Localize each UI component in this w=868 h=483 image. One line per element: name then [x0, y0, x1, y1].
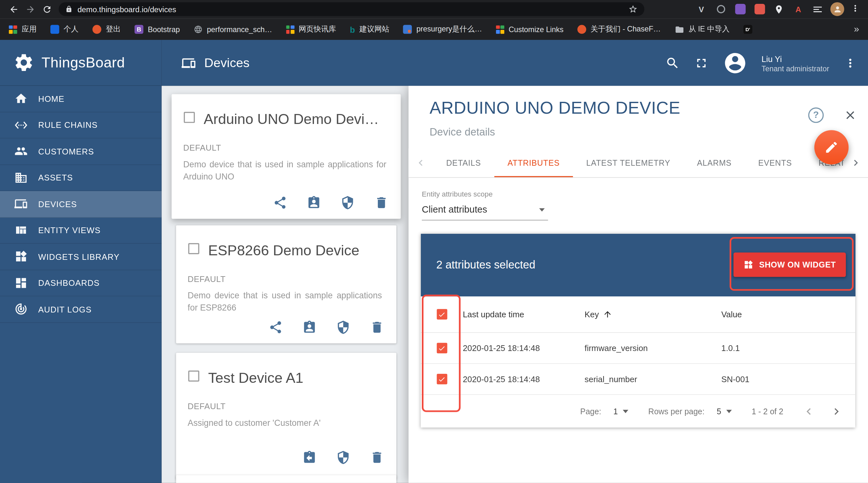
search-button[interactable]	[665, 56, 680, 70]
extension-purple[interactable]	[734, 3, 747, 16]
address-bar[interactable]: demo.thingsboard.io/devices	[59, 2, 645, 16]
page-select[interactable]: 1	[614, 407, 628, 416]
unassign-from-customer-icon[interactable]	[302, 450, 317, 465]
share-icon[interactable]	[268, 320, 283, 335]
tab-alarms[interactable]: ALARMS	[684, 148, 745, 177]
security-shield-icon[interactable]	[341, 195, 355, 210]
customers-icon	[14, 145, 28, 158]
row-checkbox[interactable]	[437, 343, 447, 353]
sidebar-item-dashboards[interactable]: DASHBOARDS	[0, 270, 162, 296]
bookmark-presurgery[interactable]: presurgery是什么…	[403, 24, 482, 34]
table-row[interactable]: 2020-01-25 18:14:48 serial_number SN-001	[421, 364, 856, 395]
tab-events[interactable]: EVENTS	[745, 148, 805, 177]
show-on-widget-button[interactable]: SHOW ON WIDGET	[734, 252, 846, 277]
attributes-table: 2 attributes selected SHOW ON WIDGET	[421, 234, 856, 428]
sidebar-item-customers[interactable]: CUSTOMERS	[0, 139, 162, 165]
column-header-key[interactable]: Key	[585, 309, 721, 319]
bookmark-d[interactable]: D'	[743, 25, 752, 34]
extension-pin[interactable]	[772, 3, 785, 16]
forward-button[interactable]	[22, 1, 39, 18]
help-button[interactable]: ?	[808, 108, 824, 123]
sidebar-item-devices[interactable]: DEVICES	[0, 191, 162, 217]
assign-to-customer-icon[interactable]	[302, 320, 317, 335]
bookmark-logout[interactable]: 登出	[92, 24, 121, 34]
sidebar-item-audit-logs[interactable]: AUDIT LOGS	[0, 296, 162, 323]
extension-red[interactable]	[753, 3, 766, 16]
bookmark-personal[interactable]: 个人	[51, 24, 79, 34]
bookmark-webclips[interactable]: 网页快讯库	[286, 24, 336, 34]
bookmark-label: Customize Links	[508, 25, 563, 33]
content-area: Arduino UNO Demo Devi… DEFAULT Demo devi…	[162, 86, 868, 483]
bookmark-suggested-sites[interactable]: b 建议网站	[350, 24, 390, 34]
user-info: Liu Yi Tenant administrator	[762, 53, 829, 73]
reading-list-button[interactable]	[811, 3, 824, 16]
bookmark-performance[interactable]: performance_sch…	[193, 25, 272, 34]
close-panel-button[interactable]	[844, 109, 857, 122]
extension-ring[interactable]	[714, 3, 727, 16]
sidebar-item-rule-chains[interactable]: RULE CHAINS	[0, 112, 162, 139]
fullscreen-button[interactable]	[694, 56, 709, 70]
screen: demo.thingsboard.io/devices V A	[0, 0, 868, 483]
row-checkbox[interactable]	[437, 374, 447, 384]
bookmark-import-ie[interactable]: 从 IE 中导入	[675, 24, 730, 34]
appbar-menu-button[interactable]	[844, 56, 857, 69]
bootstrap-icon: B	[134, 25, 144, 34]
previous-page-button[interactable]	[802, 405, 815, 418]
pencil-icon	[824, 140, 839, 154]
tab-attributes[interactable]: ATTRIBUTES	[494, 148, 573, 177]
sidebar-item-home[interactable]: HOME	[0, 86, 162, 112]
bookmark-star-icon[interactable]	[628, 4, 638, 14]
table-row[interactable]: 2020-01-25 18:14:48 firmware_version 1.0…	[421, 333, 856, 364]
bookmark-bootstrap[interactable]: B Bootstrap	[134, 25, 180, 34]
bookmark-apps[interactable]: 应用	[9, 24, 37, 34]
reload-button[interactable]	[39, 1, 56, 18]
tabs-scroll-left-button[interactable]	[409, 148, 433, 177]
security-shield-icon[interactable]	[336, 320, 350, 335]
device-card-test-a1[interactable]: Test Device A1 DEFAULT Assigned to custo…	[176, 353, 396, 479]
extension-a[interactable]: A	[792, 3, 805, 16]
rows-per-page-select[interactable]: 5	[717, 407, 732, 416]
device-card-esp8266[interactable]: ESP8266 Demo Device DEFAULT Demo device …	[176, 225, 396, 343]
bookmark-label: Bootstrap	[148, 25, 180, 33]
column-header-last-update-time[interactable]: Last update time	[463, 309, 585, 319]
sidebar-item-assets[interactable]: ASSETS	[0, 165, 162, 191]
select-all-checkbox[interactable]	[437, 309, 447, 320]
chevron-left-icon	[415, 157, 427, 169]
device-card-partial[interactable]	[176, 475, 396, 483]
bookmark-customize-links[interactable]: Customize Links	[496, 25, 563, 33]
delete-icon[interactable]	[370, 450, 384, 465]
column-header-key-label: Key	[585, 309, 599, 319]
bookmarks-overflow-chevron[interactable]: »	[854, 24, 859, 35]
appbar: Devices Liu Yi Tenant administrator	[162, 40, 868, 86]
column-header-value[interactable]: Value	[721, 309, 855, 319]
device-checkbox[interactable]	[188, 371, 199, 382]
sidebar-item-widgets-library[interactable]: WIDGETS LIBRARY	[0, 244, 162, 270]
device-card-arduino[interactable]: Arduino UNO Demo Devi… DEFAULT Demo devi…	[172, 94, 401, 219]
delete-icon[interactable]	[370, 320, 384, 335]
list-lines-icon	[812, 3, 823, 14]
sidebar-item-entity-views[interactable]: ENTITY VIEWS	[0, 217, 162, 244]
next-page-button[interactable]	[830, 405, 843, 418]
device-checkbox[interactable]	[188, 243, 199, 254]
delete-icon[interactable]	[374, 195, 389, 210]
edit-device-fab[interactable]	[814, 130, 849, 164]
entity-attributes-scope-select[interactable]: Client attributes	[422, 200, 548, 221]
tab-details[interactable]: DETAILS	[433, 148, 494, 177]
bookmarks-bar: 应用 个人 登出 B Bootstrap performance_sch… 网页…	[0, 18, 868, 40]
device-checkbox[interactable]	[184, 112, 195, 123]
user-avatar[interactable]	[723, 51, 747, 75]
thingsboard-logo[interactable]: ThingsBoard	[0, 40, 162, 86]
assign-to-customer-icon[interactable]	[307, 195, 321, 210]
bookmark-label: 从 IE 中导入	[688, 24, 730, 34]
browser-profile-avatar[interactable]	[831, 2, 844, 16]
extension-v[interactable]: V	[695, 3, 708, 16]
tab-latest-telemetry[interactable]: LATEST TELEMETRY	[573, 148, 684, 177]
back-button[interactable]	[5, 1, 22, 18]
bookmark-about-us[interactable]: 关于我们 - ChaseF…	[577, 24, 661, 34]
bookmark-label: 个人	[64, 24, 79, 34]
question-mark-icon: ?	[813, 110, 819, 120]
entity-views-icon	[14, 223, 28, 237]
security-shield-icon[interactable]	[336, 450, 350, 465]
browser-menu-button[interactable]	[850, 3, 860, 15]
share-icon[interactable]	[273, 195, 287, 210]
